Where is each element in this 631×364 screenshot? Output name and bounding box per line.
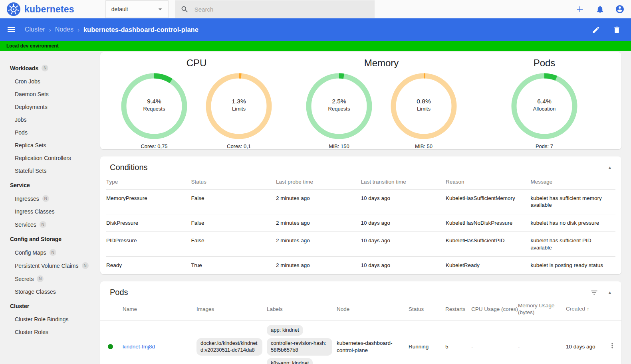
gauge-center-text: 0.8%Limits — [391, 98, 457, 112]
sidebar-item-cron-jobs[interactable]: Cron Jobs — [0, 75, 99, 88]
chart-group-memory: Memory2.5%RequestsMiB: 1500.8%LimitsMiB:… — [306, 57, 457, 149]
kubernetes-logo[interactable]: kubernetes — [6, 2, 74, 16]
sidebar-item-daemon-sets[interactable]: Daemon Sets — [0, 88, 99, 101]
gauge-label: Requests — [121, 106, 187, 112]
pod-name-link[interactable]: kindnet-fmj8d — [123, 344, 155, 350]
table-cell: KubeletHasSufficientPID — [446, 232, 531, 256]
sidebar-item-config-maps[interactable]: Config MapsN — [0, 246, 99, 259]
column-header: Images — [192, 303, 262, 317]
sidebar-section-config-and-storage[interactable]: Config and Storage — [0, 231, 99, 246]
sidebar-item-ingress-classes[interactable]: Ingress Classes — [0, 205, 99, 218]
label-chip-line: controller-revision-hash: 58f5b657b8 — [267, 337, 332, 357]
sidebar-section-cluster[interactable]: Cluster — [0, 298, 99, 313]
notifications-button[interactable] — [595, 4, 605, 14]
gauge-cpu-requests: 9.4%RequestsCores: 0,75 — [121, 73, 187, 149]
breadcrumb-separator: › — [77, 26, 79, 33]
table-cell: Ready — [106, 257, 191, 274]
environment-banner-text: Local dev environment — [6, 43, 59, 49]
table-cell: kubelet has no disk pressure — [531, 214, 616, 232]
sidebar: WorkloadsNCron JobsDaemon SetsDeployment… — [0, 51, 99, 364]
sidebar-item-label: Config Maps — [15, 249, 46, 256]
table-cell: kubelet is posting ready status — [531, 257, 616, 274]
sidebar-item-label: Pods — [15, 129, 28, 136]
sidebar-section-workloads[interactable]: WorkloadsN — [0, 60, 99, 75]
table-cell: PIDPressure — [106, 232, 191, 256]
search-input[interactable] — [194, 6, 354, 13]
column-header: CPU Usage (cores) — [467, 303, 514, 317]
breadcrumb-item[interactable]: Nodes — [55, 26, 73, 33]
account-icon — [615, 4, 625, 14]
sidebar-item-jobs[interactable]: Jobs — [0, 113, 99, 126]
sidebar-section-label: Service — [10, 182, 30, 188]
create-resource-button[interactable] — [575, 4, 585, 14]
pod-memory-usage-cell: - — [514, 343, 562, 350]
pod-cpu-usage-cell: - — [467, 343, 514, 350]
sort-ascending-icon[interactable]: ↑ — [587, 306, 589, 312]
sidebar-item-label: Cluster Role Bindings — [15, 316, 69, 322]
sidebar-item-label: Cluster Roles — [15, 329, 48, 335]
kubernetes-wheel-icon — [6, 2, 21, 16]
gauge-label: Limits — [391, 106, 457, 112]
menu-button[interactable] — [6, 25, 16, 34]
pods-filter-button[interactable] — [589, 288, 599, 297]
gauge-label: Limits — [206, 106, 272, 112]
pods-card: Pods ▲ NameImagesLabelsNodeStatusRestart… — [100, 281, 621, 364]
column-header: Last probe time — [276, 174, 361, 189]
chevron-up-icon: ▲ — [608, 290, 612, 295]
table-cell: kubelet has sufficient memory available — [531, 190, 616, 214]
delete-button[interactable] — [612, 25, 621, 34]
new-badge: N — [82, 262, 89, 269]
pods-collapse-button[interactable]: ▲ — [608, 290, 612, 295]
sidebar-item-deployments[interactable]: Deployments — [0, 101, 99, 113]
namespace-selector[interactable]: default — [105, 0, 169, 18]
table-cell: KubeletHasSufficientMemory — [446, 190, 531, 214]
table-cell: KubeletHasNoDiskPressure — [446, 214, 531, 232]
breadcrumb-item[interactable]: Cluster — [25, 26, 45, 33]
gauge-center-text: 2.5%Requests — [306, 98, 372, 112]
filter-icon — [590, 289, 598, 297]
account-button[interactable] — [615, 4, 625, 14]
sidebar-item-secrets[interactable]: SecretsN — [0, 272, 99, 285]
table-row: DiskPressureFalse2 minutes ago10 days ag… — [106, 214, 615, 232]
label-chip: app: kindnet — [267, 325, 303, 336]
new-badge: N — [42, 195, 49, 202]
table-cell: MemoryPressure — [106, 190, 191, 214]
sidebar-item-cluster-role-bindings[interactable]: Cluster Role Bindings — [0, 313, 99, 326]
conditions-collapse-button[interactable]: ▲ — [608, 165, 612, 170]
sidebar-item-pods[interactable]: Pods — [0, 126, 99, 139]
namespace-value: default — [111, 6, 128, 12]
gauge-label: Requests — [306, 106, 372, 112]
new-badge: N — [37, 275, 44, 282]
sidebar-item-ingresses[interactable]: IngressesN — [0, 192, 99, 205]
gauge-caption: Cores: 0,1 — [206, 143, 272, 149]
new-badge: N — [42, 65, 48, 71]
search-bar[interactable] — [175, 0, 375, 18]
sidebar-item-replica-sets[interactable]: Replica Sets — [0, 139, 99, 152]
sidebar-item-persistent-volume-claims[interactable]: Persistent Volume ClaimsN — [0, 259, 99, 272]
resource-actions — [591, 25, 625, 34]
pod-menu-cell — [604, 342, 621, 352]
label-chip: k8s-app: kindnet — [267, 358, 313, 364]
sidebar-item-storage-classes[interactable]: Storage Classes — [0, 285, 99, 298]
pod-created-cell: 10 days ago — [562, 343, 604, 350]
resource-usage-card: CPU9.4%RequestsCores: 0,751.3%LimitsCore… — [100, 52, 621, 149]
breadcrumb-bar: Cluster›Nodes›kubernetes-dashboard-contr… — [0, 18, 631, 41]
pod-images-cell: docker.io/kindest/kindnetd:v20230511-dc7… — [192, 337, 262, 357]
conditions-card: Conditions ▲ TypeStatusLast probe timeLa… — [100, 156, 621, 274]
edit-button[interactable] — [591, 25, 601, 34]
sidebar-item-replication-controllers[interactable]: Replication Controllers — [0, 152, 99, 164]
gauge-pods-allocation: 6.4%AllocationPods: 7 — [511, 73, 577, 149]
conditions-header-row: TypeStatusLast probe timeLast transition… — [106, 174, 615, 189]
sidebar-item-services[interactable]: ServicesN — [0, 218, 99, 231]
sidebar-item-stateful-sets[interactable]: Stateful Sets — [0, 164, 99, 177]
column-header: Labels — [262, 303, 332, 317]
table-cell: 2 minutes ago — [276, 257, 361, 274]
sidebar-section-service[interactable]: Service — [0, 177, 99, 192]
table-cell: False — [191, 190, 276, 214]
pod-actions-menu-button[interactable] — [608, 342, 616, 351]
chart-title: CPU — [121, 57, 272, 69]
column-header: Name — [118, 303, 192, 317]
sidebar-item-label: Daemon Sets — [15, 91, 49, 97]
column-header: Status — [404, 303, 441, 317]
sidebar-item-cluster-roles[interactable]: Cluster Roles — [0, 326, 99, 338]
